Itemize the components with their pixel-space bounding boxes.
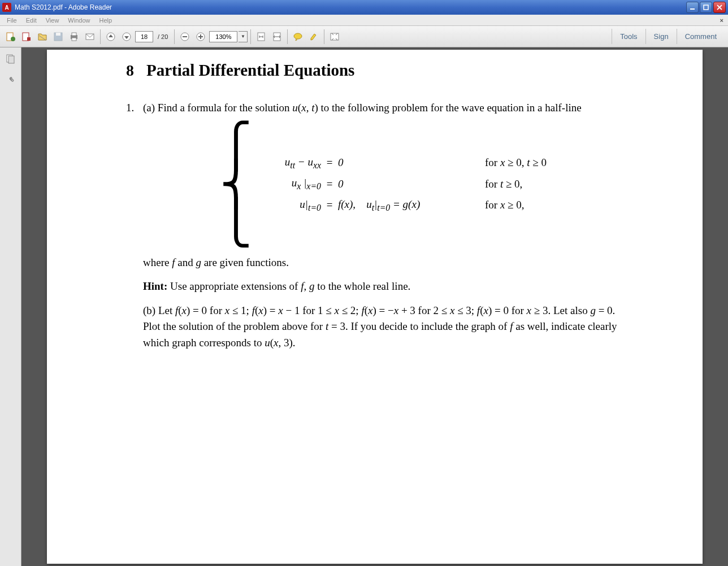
app-icon: A: [2, 3, 11, 12]
separator: [324, 29, 324, 44]
save-icon[interactable]: [51, 29, 66, 44]
where-text: where f and g are given functions.: [143, 255, 623, 271]
question-number: 1.: [126, 100, 137, 359]
main-area: 8 Partial Differential Equations 1. (a) …: [0, 47, 728, 566]
svg-rect-0: [690, 8, 695, 10]
svg-rect-1: [704, 5, 708, 10]
svg-rect-7: [56, 33, 60, 36]
attachments-icon[interactable]: [4, 72, 18, 86]
zoom-in-icon[interactable]: [193, 29, 208, 44]
menu-help[interactable]: Help: [94, 16, 116, 25]
svg-rect-15: [183, 36, 187, 37]
minimize-button[interactable]: [686, 2, 699, 13]
menubar: File Edit View Window Help ×: [0, 15, 728, 26]
export-pdf-icon[interactable]: [3, 29, 18, 44]
fit-width-icon[interactable]: [270, 29, 284, 44]
separator: [174, 29, 175, 44]
close-button[interactable]: [713, 2, 726, 13]
pdf-page: 8 Partial Differential Equations 1. (a) …: [47, 50, 703, 564]
svg-point-3: [11, 37, 15, 41]
tools-panel-button[interactable]: Tools: [612, 29, 645, 44]
zoom-dropdown-icon[interactable]: ▼: [239, 31, 248, 42]
comment-panel-button[interactable]: Comment: [677, 29, 725, 44]
separator: [287, 29, 288, 44]
equation-system: ⎧⎨⎩ utt − uxx = 0 for x ≥ 0, t ≥ 0 ux |x…: [143, 127, 623, 242]
thumbnails-icon[interactable]: [4, 52, 18, 66]
menu-file[interactable]: File: [2, 16, 21, 25]
comment-icon[interactable]: [291, 29, 305, 44]
svg-point-21: [294, 33, 302, 39]
window-title: Math S2012.pdf - Adobe Reader: [15, 3, 686, 11]
menu-window[interactable]: Window: [63, 16, 94, 25]
separator: [100, 29, 101, 44]
svg-rect-22: [331, 33, 339, 40]
maximize-button[interactable]: [700, 2, 712, 13]
window-titlebar: A Math S2012.pdf - Adobe Reader: [0, 0, 728, 15]
create-pdf-icon[interactable]: [19, 29, 34, 44]
highlight-icon[interactable]: [306, 29, 321, 44]
menu-edit[interactable]: Edit: [21, 16, 41, 25]
document-viewport[interactable]: 8 Partial Differential Equations 1. (a) …: [21, 47, 728, 566]
svg-rect-10: [72, 38, 76, 41]
zoom-input[interactable]: [209, 31, 237, 42]
open-icon[interactable]: [35, 29, 50, 44]
toolbar: / 20 ▼ Tools Sign Comment: [0, 26, 728, 47]
question-1a-text: (a) Find a formula for the solution u(x,…: [143, 100, 623, 116]
question-1b-text: (b) Let f(x) = 0 for x ≤ 1; f(x) = x − 1…: [143, 303, 623, 351]
read-mode-icon[interactable]: [327, 29, 342, 44]
left-brace-icon: ⎧⎨⎩: [220, 127, 252, 242]
page-number-input[interactable]: [135, 31, 153, 42]
separator: [250, 29, 251, 44]
close-document-button[interactable]: ×: [718, 17, 726, 24]
svg-rect-24: [8, 56, 14, 63]
page-total-label: / 20: [154, 33, 171, 40]
email-icon[interactable]: [83, 29, 97, 44]
section-number: 8: [126, 62, 134, 80]
menu-view[interactable]: View: [41, 16, 64, 25]
hint-text: Hint: Use appropriate extensions of f, g…: [143, 278, 623, 295]
sign-panel-button[interactable]: Sign: [645, 29, 677, 44]
page-up-icon[interactable]: [103, 29, 118, 44]
section-title: Partial Differential Equations: [146, 61, 354, 80]
zoom-out-icon[interactable]: [177, 29, 192, 44]
svg-rect-9: [72, 33, 76, 36]
print-icon[interactable]: [67, 29, 81, 44]
svg-rect-18: [200, 34, 201, 39]
page-down-icon[interactable]: [119, 29, 134, 44]
svg-rect-5: [27, 37, 31, 41]
fit-page-icon[interactable]: [254, 29, 268, 44]
sidebar: [0, 47, 21, 566]
